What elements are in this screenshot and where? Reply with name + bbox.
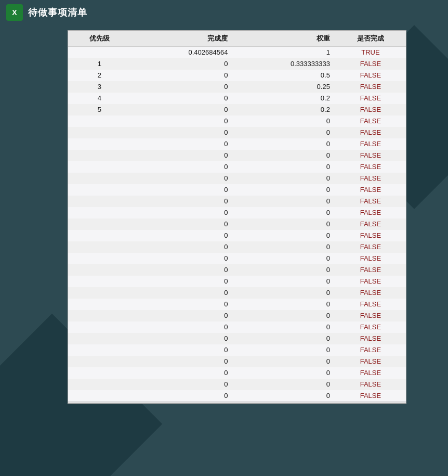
cell-done: FALSE [335,138,406,150]
cell-weight: 0 [233,184,335,196]
cell-priority [68,173,131,184]
table-row: 400.2FALSE [68,93,406,104]
table-row: 00FALSE [68,356,406,367]
cell-priority [68,390,131,402]
cell-weight: 0 [233,276,335,287]
cell-weight: 0 [233,379,335,390]
cell-completion: 0 [131,196,233,207]
cell-priority [68,161,131,173]
table-row: 500.2FALSE [68,104,406,115]
table-row: 00FALSE [68,173,406,184]
cell-weight: 0 [233,333,335,344]
cell-done: FALSE [335,356,406,367]
cell-priority [68,150,131,161]
table-row: 00FALSE [68,276,406,287]
cell-completion: 0 [131,150,233,161]
cell-priority [68,138,131,150]
cell-done: FALSE [335,390,406,402]
cell-completion: 0 [131,310,233,321]
cell-priority [68,299,131,310]
header-done: 是否完成 [335,31,406,47]
cell-priority [68,333,131,344]
table-header: 优先级 完成度 权重 是否完成 [68,31,406,47]
table-row: 00FALSE [68,287,406,299]
cell-completion: 0 [131,230,233,241]
table-row: 00FALSE [68,218,406,230]
header-weight: 权重 [233,31,335,47]
cell-priority: 2 [68,70,131,81]
table-row: 00FALSE [68,241,406,253]
cell-weight: 0.5 [233,70,335,81]
table-row: 00FALSE [68,230,406,241]
cell-done: FALSE [335,367,406,379]
cell-done: FALSE [335,310,406,321]
cell-done: FALSE [335,253,406,264]
cell-completion: 0 [131,58,233,70]
cell-priority [68,344,131,356]
cell-completion: 0 [131,379,233,390]
cell-weight: 0 [233,150,335,161]
cell-priority [68,47,131,58]
cell-priority [68,321,131,333]
cell-completion: 0 [131,356,233,367]
cell-done: FALSE [335,81,406,93]
cell-done: FALSE [335,127,406,138]
cell-done: FALSE [335,58,406,70]
cell-done: FALSE [335,161,406,173]
cell-completion: 0 [131,390,233,402]
cell-done: FALSE [335,276,406,287]
cell-done: FALSE [335,93,406,104]
table-row: 00FALSE [68,184,406,196]
cell-completion: 0 [131,93,233,104]
table-row: 00FALSE [68,138,406,150]
cell-weight: 0 [233,207,335,218]
table-bottom-border [68,402,406,403]
cell-priority: 4 [68,93,131,104]
table-row: 00FALSE [68,264,406,276]
cell-priority [68,127,131,138]
cell-completion: 0 [131,207,233,218]
table-body: 0.402684564 1 TRUE 100.333333333FALSE200… [68,47,406,402]
table-row: 00FALSE [68,115,406,127]
cell-weight: 0 [233,390,335,402]
cell-priority [68,379,131,390]
cell-weight: 0 [233,230,335,241]
table-row: 0.402684564 1 TRUE [68,47,406,58]
cell-done: FALSE [335,150,406,161]
cell-priority [68,287,131,299]
table-row: 00FALSE [68,344,406,356]
table-row: 00FALSE [68,161,406,173]
cell-priority: 3 [68,81,131,93]
cell-weight: 0 [233,310,335,321]
table-row: 00FALSE [68,299,406,310]
cell-weight: 0 [233,344,335,356]
cell-done: FALSE [335,196,406,207]
header-completion: 完成度 [131,31,233,47]
cell-completion: 0 [131,241,233,253]
cell-completion: 0 [131,333,233,344]
cell-weight: 0 [233,253,335,264]
cell-weight: 0 [233,321,335,333]
cell-completion: 0 [131,173,233,184]
page-title: 待做事项清单 [28,6,87,19]
table-row: 100.333333333FALSE [68,58,406,70]
cell-done: TRUE [335,47,406,58]
cell-weight: 0 [233,356,335,367]
cell-done: FALSE [335,287,406,299]
cell-completion: 0 [131,287,233,299]
cell-done: FALSE [335,184,406,196]
cell-weight: 0 [233,299,335,310]
cell-priority [68,253,131,264]
table-row: 300.25FALSE [68,81,406,93]
table-row: 00FALSE [68,207,406,218]
cell-done: FALSE [335,70,406,81]
table-row: 00FALSE [68,379,406,390]
cell-weight: 0 [233,115,335,127]
excel-icon-letter: X [12,8,17,17]
cell-priority [68,218,131,230]
cell-weight: 0.25 [233,81,335,93]
cell-done: FALSE [335,230,406,241]
spreadsheet-container: 优先级 完成度 权重 是否完成 0.402684564 1 TRUE 100.3… [68,30,406,404]
cell-done: FALSE [335,333,406,344]
cell-completion: 0 [131,104,233,115]
